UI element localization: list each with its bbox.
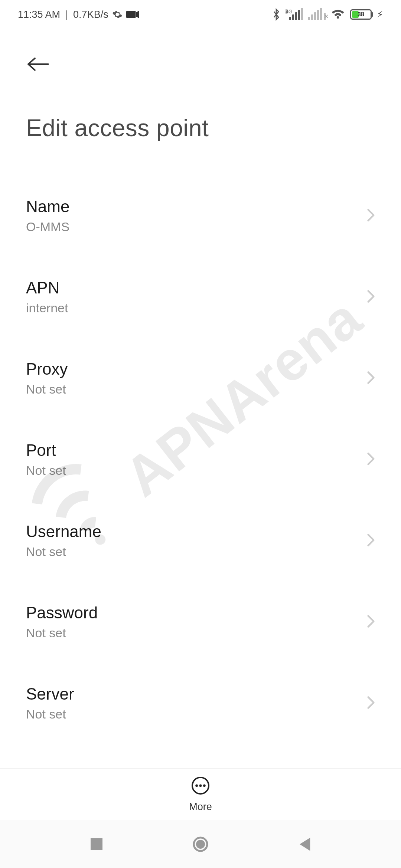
setting-username[interactable]: Username Not set [26, 511, 375, 570]
setting-value: Not set [26, 545, 101, 559]
signal-sim1-icon: 4G [286, 9, 303, 20]
battery-percent: 38 [351, 10, 371, 19]
svg-rect-4 [91, 838, 102, 850]
toolbar: More [0, 768, 401, 820]
setting-label: Proxy [26, 360, 68, 378]
battery-icon: 38 [350, 9, 372, 20]
arrow-left-icon [26, 57, 50, 72]
svg-point-3 [203, 785, 206, 787]
setting-label: APN [26, 279, 68, 297]
setting-label: Username [26, 522, 101, 541]
setting-label: Password [26, 604, 98, 622]
square-icon [90, 838, 103, 851]
bluetooth-icon [272, 8, 280, 21]
header: Edit access point [0, 29, 401, 142]
setting-password[interactable]: Password Not set [26, 592, 375, 651]
setting-name[interactable]: Name O-MMS [26, 186, 375, 245]
setting-port[interactable]: Port Not set [26, 430, 375, 489]
network-type-label: 4G [286, 9, 287, 14]
gear-icon [112, 9, 123, 20]
more-button[interactable]: More [189, 776, 212, 813]
triangle-left-icon [298, 837, 311, 852]
chevron-right-icon [367, 208, 375, 224]
status-divider: | [65, 9, 68, 20]
status-data-rate: 0.7KB/s [73, 9, 108, 20]
status-time: 11:35 AM [18, 9, 60, 20]
setting-label: Name [26, 197, 69, 216]
settings-list: Name O-MMS APN internet Proxy Not set Po… [0, 186, 401, 868]
setting-apn[interactable]: APN internet [26, 267, 375, 326]
chevron-right-icon [367, 614, 375, 630]
more-label: More [189, 801, 212, 813]
page-title: Edit access point [26, 114, 375, 142]
chevron-right-icon [367, 371, 375, 386]
status-bar-left: 11:35 AM | 0.7KB/s [18, 9, 139, 20]
setting-value: internet [26, 301, 68, 315]
setting-server[interactable]: Server Not set [26, 674, 375, 733]
setting-value: Not set [26, 626, 98, 640]
status-bar-right: 4G ✕ 38 ⚡︎ [272, 8, 383, 21]
svg-point-2 [199, 785, 202, 787]
charging-bolt-icon: ⚡︎ [377, 9, 383, 20]
svg-point-6 [196, 840, 205, 849]
setting-proxy[interactable]: Proxy Not set [26, 349, 375, 408]
status-bar: 11:35 AM | 0.7KB/s 4G ✕ 38 ⚡︎ [0, 0, 401, 29]
more-icon [191, 776, 210, 797]
circle-icon [192, 835, 209, 853]
signal-sim2-icon: ✕ [308, 9, 326, 20]
navigation-bar [0, 820, 401, 868]
video-camera-icon [126, 10, 139, 19]
back-button[interactable] [26, 51, 52, 77]
setting-value: Not set [26, 382, 68, 397]
nav-home-button[interactable] [188, 831, 213, 857]
setting-label: Server [26, 685, 74, 703]
signal-disabled-x: ✕ [324, 13, 326, 20]
nav-recents-button[interactable] [84, 831, 110, 857]
setting-label: Port [26, 441, 66, 460]
chevron-right-icon [367, 452, 375, 467]
chevron-right-icon [367, 696, 375, 711]
setting-value: Not set [26, 707, 74, 721]
setting-value: Not set [26, 463, 66, 478]
setting-value: O-MMS [26, 220, 69, 234]
svg-point-1 [195, 785, 198, 787]
chevron-right-icon [367, 533, 375, 549]
nav-back-button[interactable] [291, 831, 317, 857]
chevron-right-icon [367, 289, 375, 305]
wifi-icon [331, 9, 345, 20]
